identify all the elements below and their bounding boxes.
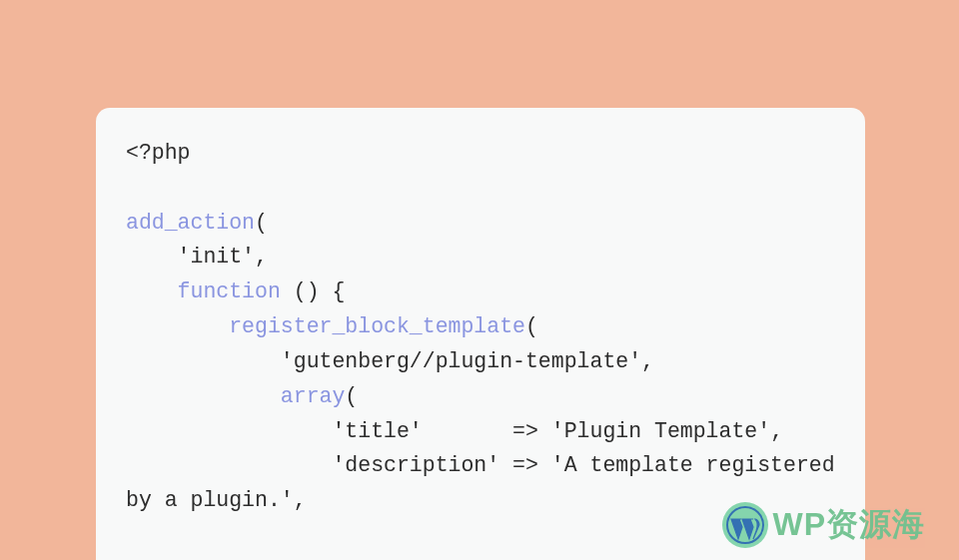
php-open-tag: <?php [126, 141, 191, 165]
arrow1: => [423, 419, 551, 443]
paren: ( [255, 211, 268, 235]
comma4: , [294, 488, 307, 512]
kw-function: function [178, 280, 281, 303]
comma: , [255, 245, 268, 269]
arrow2: => [499, 453, 551, 477]
str-template: 'gutenberg//plugin-template' [281, 349, 641, 373]
fn-add-action: add_action [126, 211, 255, 235]
paren2: ( [525, 314, 538, 338]
fn-parens: () { [281, 280, 346, 303]
comma2: , [641, 349, 654, 373]
str-init: 'init' [178, 245, 255, 269]
title-val: 'Plugin Template' [551, 419, 770, 443]
title-key: 'title' [332, 419, 422, 443]
watermark-text: WP资源海 [772, 503, 925, 547]
paren3: ( [345, 384, 358, 408]
comma3: , [770, 419, 783, 443]
code-card: <?php add_action( 'init', function () { … [96, 108, 865, 560]
fn-register: register_block_template [229, 314, 525, 338]
wordpress-logo-icon [722, 502, 768, 548]
code-block: <?php add_action( 'init', function () { … [126, 136, 835, 518]
watermark: WP资源海 [722, 502, 925, 548]
kw-array: array [281, 384, 346, 408]
desc-key: 'description' [332, 453, 499, 477]
